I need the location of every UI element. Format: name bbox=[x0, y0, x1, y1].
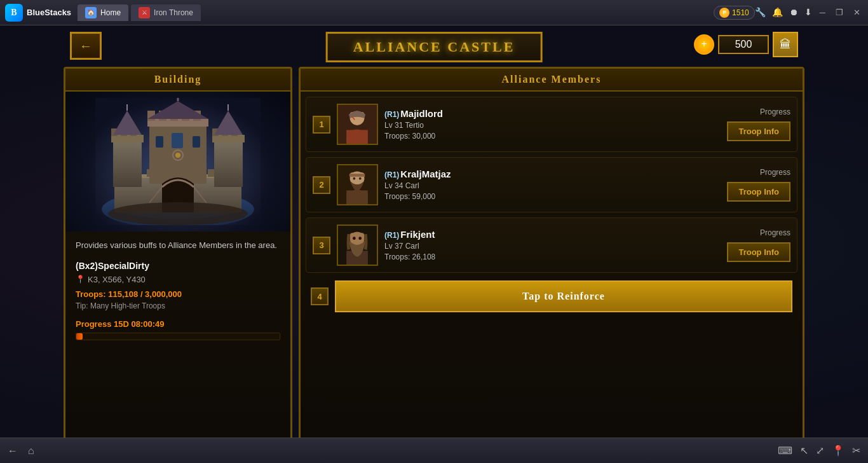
back-nav-icon[interactable]: ← bbox=[8, 445, 18, 457]
bluestacks-logo-icon: B bbox=[5, 4, 23, 22]
currency-add-button[interactable]: + bbox=[694, 34, 714, 55]
alliance-members-panel: Alliance Members 1 bbox=[299, 67, 804, 450]
points-value: 1510 bbox=[732, 8, 749, 17]
troop-info-button-2[interactable]: Troop Info bbox=[727, 182, 790, 202]
troop-info-button-3[interactable]: Troop Info bbox=[727, 242, 790, 262]
location-row: 📍 K3, X566, Y430 bbox=[76, 275, 280, 284]
member-name-3: (R1)Frikjent bbox=[384, 229, 721, 240]
tab-home[interactable]: 🏠 Home bbox=[78, 4, 128, 21]
svg-point-64 bbox=[358, 237, 362, 240]
currency-amount: 500 bbox=[718, 35, 769, 54]
member-troops-3: Troops: 26,108 bbox=[384, 252, 721, 261]
close-button[interactable]: ✕ bbox=[851, 8, 863, 17]
tap-to-reinforce-button[interactable]: Tap to Reinforce bbox=[335, 280, 792, 312]
svg-rect-47 bbox=[346, 130, 368, 144]
svg-point-43 bbox=[108, 202, 248, 225]
page-title: ALLIANCE CASTLE bbox=[326, 32, 543, 62]
svg-point-57 bbox=[359, 177, 362, 180]
member-progress-2: Progress Troop Info bbox=[727, 168, 790, 202]
download-icon[interactable]: ⬇ bbox=[804, 7, 812, 18]
tip-text: Tip: Many High-tier Troops bbox=[76, 301, 280, 310]
window-controls: ─ ❐ ✕ bbox=[817, 8, 863, 17]
owner-name: (Bx2)SpecialDirty bbox=[76, 261, 280, 271]
bluestacks-logo: B BlueStacks bbox=[5, 4, 71, 22]
member-info-1: (R1)Majidlord Lv 31 Tertio Troops: 30,00… bbox=[384, 108, 721, 141]
home-nav-icon[interactable]: ⌂ bbox=[28, 445, 34, 457]
bluestacks-logo-text: BlueStacks bbox=[27, 8, 71, 17]
svg-rect-53 bbox=[346, 190, 368, 204]
svg-rect-62 bbox=[350, 233, 365, 242]
member-level-2: Lv 34 Carl bbox=[384, 181, 721, 190]
progress-bar-container bbox=[76, 333, 280, 340]
member-level-3: Lv 37 Carl bbox=[384, 242, 721, 251]
member-rank-3: 3 bbox=[313, 237, 330, 254]
record-icon[interactable]: ⏺ bbox=[789, 8, 798, 18]
game-area: ALLIANCE CASTLE ← + 500 🏛 Building bbox=[0, 25, 868, 463]
tab-home-label: Home bbox=[100, 8, 121, 17]
member-rank-2: 2 bbox=[313, 176, 330, 194]
resize-icon[interactable]: ⤢ bbox=[816, 445, 824, 457]
svg-rect-38 bbox=[172, 133, 183, 148]
bluestacks-bottombar: ← ⌂ ⌨ ↖ ⤢ 📍 ✂ bbox=[0, 438, 868, 463]
member-list: 1 bbox=[301, 92, 803, 322]
building-image bbox=[65, 92, 290, 232]
alliance-members-header: Alliance Members bbox=[301, 69, 803, 92]
scissors-icon[interactable]: ✂ bbox=[852, 445, 860, 457]
member-avatar-2 bbox=[337, 164, 378, 205]
member-level-1: Lv 31 Tertio bbox=[384, 121, 721, 130]
building-description: Provides various buffs to Alliance Membe… bbox=[76, 239, 280, 252]
tab-game[interactable]: ⚔ Iron Throne bbox=[131, 4, 201, 21]
currency-bar: + 500 🏛 bbox=[694, 32, 798, 57]
svg-rect-55 bbox=[349, 174, 365, 177]
member-troops-1: Troops: 30,000 bbox=[384, 132, 721, 141]
member-info-2: (R1)KraljMatjaz Lv 34 Carl Troops: 59,00… bbox=[384, 169, 721, 201]
topbar-icons: 🔧 🔔 ⏺ ⬇ bbox=[755, 7, 812, 18]
svg-rect-11 bbox=[113, 139, 142, 187]
points-display: P 1510 bbox=[714, 6, 755, 20]
svg-rect-35 bbox=[156, 136, 163, 148]
building-panel: Building bbox=[64, 67, 292, 450]
settings-icon[interactable]: 🔧 bbox=[755, 7, 766, 18]
location-text: K3, X566, Y430 bbox=[88, 275, 146, 284]
progress-label: Progress 15D 08:00:49 bbox=[76, 319, 280, 329]
points-coin-icon: P bbox=[719, 8, 729, 18]
member-name-1: (R1)Majidlord bbox=[384, 108, 721, 119]
reinforce-row: 4 Tap to Reinforce bbox=[306, 278, 797, 315]
svg-point-63 bbox=[353, 237, 356, 240]
back-arrow-icon: ← bbox=[79, 39, 92, 53]
member-avatar-1 bbox=[337, 104, 378, 145]
title-bar: ALLIANCE CASTLE bbox=[326, 32, 543, 62]
svg-point-40 bbox=[175, 153, 180, 158]
member-progress-3: Progress Troop Info bbox=[727, 228, 790, 262]
tab-game-label: Iron Throne bbox=[154, 8, 193, 17]
table-row: 3 bbox=[306, 218, 797, 273]
table-row: 1 bbox=[306, 97, 797, 152]
back-button[interactable]: ← bbox=[70, 32, 102, 60]
bank-icon[interactable]: 🏛 bbox=[773, 32, 798, 57]
reinforce-rank: 4 bbox=[311, 287, 329, 305]
svg-rect-18 bbox=[214, 139, 243, 187]
cursor-icon[interactable]: ↖ bbox=[800, 445, 808, 457]
svg-point-56 bbox=[353, 177, 355, 180]
member-troops-2: Troops: 59,000 bbox=[384, 192, 721, 201]
location-icon[interactable]: 📍 bbox=[832, 445, 844, 457]
bell-icon[interactable]: 🔔 bbox=[772, 7, 783, 18]
bluestacks-topbar: B BlueStacks 🏠 Home ⚔ Iron Throne P 1510… bbox=[0, 0, 868, 25]
game-tab-icon: ⚔ bbox=[139, 7, 150, 18]
table-row: 2 bbox=[306, 157, 797, 212]
building-panel-header: Building bbox=[65, 69, 290, 92]
member-name-2: (R1)KraljMatjaz bbox=[384, 169, 721, 179]
member-info-3: (R1)Frikjent Lv 37 Carl Troops: 26,108 bbox=[384, 229, 721, 261]
restore-button[interactable]: ❐ bbox=[833, 8, 846, 17]
troop-info-button-1[interactable]: Troop Info bbox=[727, 121, 790, 141]
troops-count: Troops: 115,108 / 3,000,000 bbox=[76, 289, 280, 299]
member-progress-1: Progress Troop Info bbox=[727, 107, 790, 141]
progress-bar-fill bbox=[76, 333, 83, 340]
member-rank-1: 1 bbox=[313, 116, 330, 134]
keyboard-icon[interactable]: ⌨ bbox=[778, 445, 792, 457]
minimize-button[interactable]: ─ bbox=[817, 8, 828, 17]
svg-rect-36 bbox=[193, 136, 200, 148]
home-tab-icon: 🏠 bbox=[85, 7, 97, 18]
content-area: Building bbox=[64, 67, 804, 450]
building-info: Provides various buffs to Alliance Membe… bbox=[65, 232, 290, 348]
